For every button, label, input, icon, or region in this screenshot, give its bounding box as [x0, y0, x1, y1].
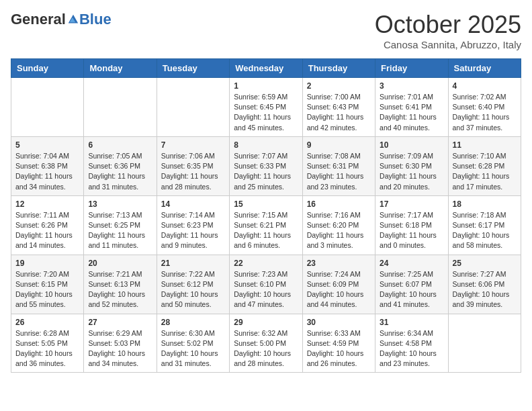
day-info: Sunrise: 7:02 AM Sunset: 6:40 PM Dayligh… [453, 92, 517, 133]
calendar-cell: 27Sunrise: 6:29 AM Sunset: 5:03 PM Dayli… [84, 314, 157, 373]
day-info: Sunrise: 6:28 AM Sunset: 5:05 PM Dayligh… [15, 328, 79, 369]
day-info: Sunrise: 7:18 AM Sunset: 6:17 PM Dayligh… [453, 210, 517, 251]
calendar-cell: 19Sunrise: 7:20 AM Sunset: 6:15 PM Dayli… [11, 255, 84, 314]
calendar-cell: 2Sunrise: 7:00 AM Sunset: 6:43 PM Daylig… [302, 78, 375, 137]
header-monday: Monday [84, 59, 157, 78]
day-number: 15 [234, 199, 298, 209]
calendar-week-row: 19Sunrise: 7:20 AM Sunset: 6:15 PM Dayli… [11, 255, 521, 314]
calendar-cell: 13Sunrise: 7:13 AM Sunset: 6:25 PM Dayli… [84, 195, 157, 255]
day-number: 7 [161, 140, 225, 150]
day-info: Sunrise: 7:27 AM Sunset: 6:06 PM Dayligh… [453, 269, 517, 310]
day-info: Sunrise: 7:21 AM Sunset: 6:13 PM Dayligh… [88, 269, 152, 310]
day-number: 19 [15, 259, 79, 268]
calendar-cell: 7Sunrise: 7:06 AM Sunset: 6:35 PM Daylig… [157, 136, 229, 195]
header-sunday: Sunday [11, 59, 84, 78]
calendar-cell [84, 78, 157, 137]
calendar-cell: 26Sunrise: 6:28 AM Sunset: 5:05 PM Dayli… [11, 314, 84, 373]
day-number: 20 [88, 259, 152, 268]
day-number: 11 [453, 140, 517, 150]
day-number: 4 [453, 81, 517, 91]
calendar-cell: 14Sunrise: 7:14 AM Sunset: 6:23 PM Dayli… [157, 195, 229, 255]
page-header: General Blue October 2025 Canosa Sannita… [11, 11, 521, 50]
day-number: 5 [15, 140, 79, 150]
day-number: 26 [15, 318, 79, 327]
day-info: Sunrise: 6:33 AM Sunset: 4:59 PM Dayligh… [307, 328, 371, 369]
day-info: Sunrise: 7:04 AM Sunset: 6:38 PM Dayligh… [15, 151, 79, 192]
header-saturday: Saturday [448, 59, 521, 78]
calendar-cell: 4Sunrise: 7:02 AM Sunset: 6:40 PM Daylig… [448, 78, 521, 137]
calendar-cell: 25Sunrise: 7:27 AM Sunset: 6:06 PM Dayli… [448, 255, 521, 314]
day-number: 30 [307, 318, 371, 327]
calendar-cell [11, 78, 84, 137]
location-subtitle: Canosa Sannita, Abruzzo, Italy [375, 39, 521, 50]
calendar-cell: 8Sunrise: 7:07 AM Sunset: 6:33 PM Daylig… [230, 136, 302, 195]
calendar-cell: 28Sunrise: 6:30 AM Sunset: 5:02 PM Dayli… [157, 314, 229, 373]
day-info: Sunrise: 6:32 AM Sunset: 5:00 PM Dayligh… [234, 328, 298, 369]
calendar-week-row: 5Sunrise: 7:04 AM Sunset: 6:38 PM Daylig… [11, 136, 521, 195]
day-info: Sunrise: 7:10 AM Sunset: 6:28 PM Dayligh… [453, 151, 517, 192]
day-number: 21 [161, 259, 225, 268]
day-info: Sunrise: 7:14 AM Sunset: 6:23 PM Dayligh… [161, 210, 225, 251]
day-number: 27 [88, 318, 152, 327]
day-info: Sunrise: 7:06 AM Sunset: 6:35 PM Dayligh… [161, 151, 225, 192]
calendar-cell: 16Sunrise: 7:16 AM Sunset: 6:20 PM Dayli… [302, 195, 375, 255]
header-wednesday: Wednesday [230, 59, 302, 78]
day-number: 29 [234, 318, 298, 327]
day-number: 3 [380, 81, 443, 91]
header-tuesday: Tuesday [157, 59, 229, 78]
calendar-cell: 5Sunrise: 7:04 AM Sunset: 6:38 PM Daylig… [11, 136, 84, 195]
day-number: 17 [380, 199, 443, 209]
day-info: Sunrise: 7:22 AM Sunset: 6:12 PM Dayligh… [161, 269, 225, 310]
day-number: 14 [161, 199, 225, 209]
calendar-header-row: SundayMondayTuesdayWednesdayThursdayFrid… [11, 59, 521, 78]
day-info: Sunrise: 7:00 AM Sunset: 6:43 PM Dayligh… [307, 92, 371, 133]
day-number: 12 [15, 199, 79, 209]
day-info: Sunrise: 7:23 AM Sunset: 6:10 PM Dayligh… [234, 269, 298, 310]
logo-icon [67, 13, 79, 26]
day-info: Sunrise: 7:07 AM Sunset: 6:33 PM Dayligh… [234, 151, 298, 192]
day-number: 10 [380, 140, 443, 150]
day-info: Sunrise: 7:08 AM Sunset: 6:31 PM Dayligh… [307, 151, 371, 192]
calendar-cell: 22Sunrise: 7:23 AM Sunset: 6:10 PM Dayli… [230, 255, 302, 314]
month-title: October 2025 [375, 11, 521, 39]
calendar-cell: 10Sunrise: 7:09 AM Sunset: 6:30 PM Dayli… [375, 136, 448, 195]
day-info: Sunrise: 6:34 AM Sunset: 4:58 PM Dayligh… [380, 328, 443, 369]
day-number: 25 [453, 259, 517, 268]
day-number: 13 [88, 199, 152, 209]
calendar-week-row: 26Sunrise: 6:28 AM Sunset: 5:05 PM Dayli… [11, 314, 521, 373]
day-number: 23 [307, 259, 371, 268]
day-info: Sunrise: 7:25 AM Sunset: 6:07 PM Dayligh… [380, 269, 443, 310]
calendar-cell [157, 78, 229, 137]
day-info: Sunrise: 7:17 AM Sunset: 6:18 PM Dayligh… [380, 210, 443, 251]
day-number: 9 [307, 140, 371, 150]
calendar-cell: 11Sunrise: 7:10 AM Sunset: 6:28 PM Dayli… [448, 136, 521, 195]
day-info: Sunrise: 7:09 AM Sunset: 6:30 PM Dayligh… [380, 151, 443, 192]
header-friday: Friday [375, 59, 448, 78]
day-info: Sunrise: 7:01 AM Sunset: 6:41 PM Dayligh… [380, 92, 443, 133]
day-number: 1 [234, 81, 298, 91]
day-number: 2 [307, 81, 371, 91]
day-number: 18 [453, 199, 517, 209]
day-number: 6 [88, 140, 152, 150]
calendar-cell: 21Sunrise: 7:22 AM Sunset: 6:12 PM Dayli… [157, 255, 229, 314]
day-number: 24 [380, 259, 443, 268]
day-info: Sunrise: 6:59 AM Sunset: 6:45 PM Dayligh… [234, 92, 298, 133]
calendar-cell: 23Sunrise: 7:24 AM Sunset: 6:09 PM Dayli… [302, 255, 375, 314]
header-thursday: Thursday [302, 59, 375, 78]
day-info: Sunrise: 7:11 AM Sunset: 6:26 PM Dayligh… [15, 210, 79, 251]
logo-blue-text: Blue [79, 11, 112, 28]
logo: General Blue [11, 11, 112, 28]
logo-general-text: General [11, 11, 66, 28]
calendar-cell: 18Sunrise: 7:18 AM Sunset: 6:17 PM Dayli… [448, 195, 521, 255]
day-number: 8 [234, 140, 298, 150]
calendar-cell: 17Sunrise: 7:17 AM Sunset: 6:18 PM Dayli… [375, 195, 448, 255]
calendar-cell: 31Sunrise: 6:34 AM Sunset: 4:58 PM Dayli… [375, 314, 448, 373]
calendar-cell: 29Sunrise: 6:32 AM Sunset: 5:00 PM Dayli… [230, 314, 302, 373]
day-number: 31 [380, 318, 443, 327]
calendar-cell: 3Sunrise: 7:01 AM Sunset: 6:41 PM Daylig… [375, 78, 448, 137]
calendar-cell: 6Sunrise: 7:05 AM Sunset: 6:36 PM Daylig… [84, 136, 157, 195]
calendar-cell: 9Sunrise: 7:08 AM Sunset: 6:31 PM Daylig… [302, 136, 375, 195]
day-info: Sunrise: 7:13 AM Sunset: 6:25 PM Dayligh… [88, 210, 152, 251]
day-number: 28 [161, 318, 225, 327]
calendar-week-row: 1Sunrise: 6:59 AM Sunset: 6:45 PM Daylig… [11, 78, 521, 137]
